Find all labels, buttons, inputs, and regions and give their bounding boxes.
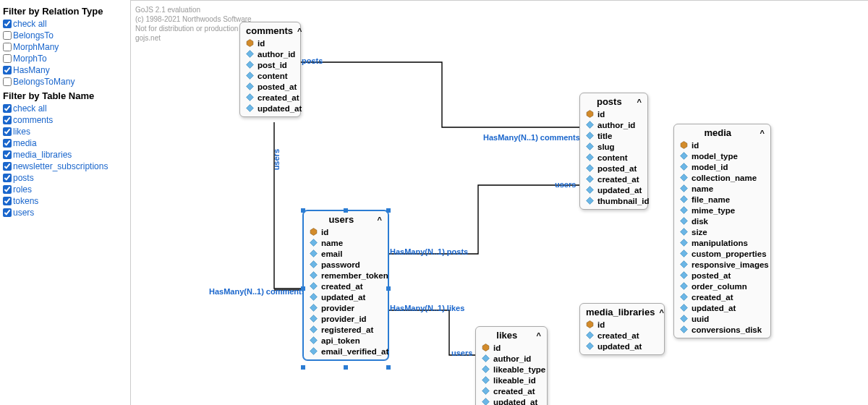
field-row[interactable]: id	[476, 342, 547, 353]
field-row[interactable]: name	[674, 183, 770, 194]
table-filter-item[interactable]: check all	[3, 103, 127, 114]
field-row[interactable]: id	[240, 38, 300, 48]
selection-handle[interactable]	[386, 286, 391, 291]
field-row[interactable]: provider	[304, 302, 388, 313]
field-row[interactable]: created_at	[580, 330, 664, 341]
field-row[interactable]: name	[304, 237, 388, 248]
field-row[interactable]: created_at	[304, 281, 388, 291]
relation-filter-checkbox[interactable]	[3, 31, 12, 40]
card-header[interactable]: users^	[304, 211, 388, 226]
table-card-users[interactable]: users^idnameemailpasswordremember_tokenc…	[303, 210, 388, 360]
table-filter-checkbox[interactable]	[3, 104, 12, 113]
chevron-up-icon[interactable]: ^	[297, 27, 302, 35]
relation-filter-item[interactable]: HasMany	[3, 64, 127, 76]
table-filter-item[interactable]: posts	[3, 172, 127, 184]
table-filter-item[interactable]: comments	[3, 114, 127, 126]
card-header[interactable]: media_libraries^	[580, 304, 664, 319]
field-row[interactable]: created_at	[580, 174, 647, 184]
table-filter-checkbox[interactable]	[3, 174, 12, 182]
chevron-up-icon[interactable]: ^	[378, 216, 382, 224]
field-row[interactable]: file_name	[674, 194, 770, 205]
field-row[interactable]: custom_properties	[674, 248, 770, 259]
field-row[interactable]: id	[580, 319, 664, 330]
relation-filter-checkbox[interactable]	[3, 43, 12, 51]
table-filter-item[interactable]: media	[3, 137, 127, 149]
field-row[interactable]: thumbnail_id	[580, 195, 647, 206]
field-row[interactable]: mime_type	[674, 205, 770, 216]
selection-handle[interactable]	[344, 365, 348, 370]
relation-filter-checkbox[interactable]	[3, 54, 12, 63]
table-filter-item[interactable]: users	[3, 207, 127, 218]
field-row[interactable]: uuid	[674, 313, 770, 324]
diagram-canvas[interactable]: GoJS 2.1 evaluation (c) 1998-2021 Northw…	[130, 0, 868, 405]
selection-handle[interactable]	[386, 208, 391, 213]
chevron-up-icon[interactable]: ^	[659, 308, 663, 317]
table-card-posts[interactable]: posts^idauthor_idtitleslugcontentposted_…	[579, 93, 648, 210]
field-row[interactable]: likeable_type	[476, 364, 547, 375]
field-row[interactable]: manipulations	[674, 237, 770, 248]
selection-handle[interactable]	[344, 208, 348, 213]
card-header[interactable]: likes^	[476, 327, 547, 342]
field-row[interactable]: id	[580, 108, 647, 119]
field-row[interactable]: author_id	[580, 119, 647, 130]
field-row[interactable]: created_at	[240, 92, 300, 103]
field-row[interactable]: id	[674, 140, 770, 150]
field-row[interactable]: updated_at	[580, 341, 664, 351]
field-row[interactable]: collection_name	[674, 172, 770, 183]
table-filter-item[interactable]: roles	[3, 184, 127, 195]
field-row[interactable]: model_id	[674, 161, 770, 172]
field-row[interactable]: updated_at	[304, 291, 388, 302]
selection-handle[interactable]	[301, 286, 305, 291]
field-row[interactable]: api_token	[304, 335, 388, 346]
table-filter-checkbox[interactable]	[3, 208, 12, 217]
relation-filter-checkbox[interactable]	[3, 66, 12, 74]
field-row[interactable]: provider_id	[304, 313, 388, 324]
relation-filter-checkbox[interactable]	[3, 20, 12, 28]
table-filter-item[interactable]: likes	[3, 126, 127, 137]
table-card-media[interactable]: media^idmodel_typemodel_idcollection_nam…	[673, 124, 771, 338]
field-row[interactable]: updated_at	[240, 103, 300, 114]
relation-filter-item[interactable]: MorphMany	[3, 41, 127, 53]
table-filter-checkbox[interactable]	[3, 197, 12, 205]
field-row[interactable]: size	[674, 226, 770, 237]
chevron-up-icon[interactable]: ^	[760, 129, 765, 137]
field-row[interactable]: password	[304, 259, 388, 270]
relation-filter-item[interactable]: BelongsTo	[3, 30, 127, 41]
table-filter-item[interactable]: media_libraries	[3, 149, 127, 161]
field-row[interactable]: title	[580, 130, 647, 141]
field-row[interactable]: email	[304, 248, 388, 259]
table-filter-checkbox[interactable]	[3, 162, 12, 171]
table-filter-item[interactable]: tokens	[3, 195, 127, 207]
table-card-comments[interactable]: comments^idauthor_idpost_idcontentposted…	[239, 22, 301, 117]
field-row[interactable]: content	[240, 70, 300, 81]
table-filter-checkbox[interactable]	[3, 150, 12, 159]
relation-filter-checkbox[interactable]	[3, 77, 12, 86]
relation-filter-item[interactable]: MorphTo	[3, 53, 127, 64]
table-card-media-libraries[interactable]: media_libraries^idcreated_atupdated_at	[579, 303, 665, 355]
field-row[interactable]: order_column	[674, 281, 770, 291]
field-row[interactable]: model_type	[674, 150, 770, 161]
field-row[interactable]: updated_at	[580, 184, 647, 195]
field-row[interactable]: posted_at	[674, 270, 770, 281]
selection-handle[interactable]	[301, 208, 305, 213]
field-row[interactable]: responsive_images	[674, 259, 770, 270]
field-row[interactable]: created_at	[476, 385, 547, 396]
field-row[interactable]: posted_at	[580, 163, 647, 174]
field-row[interactable]: slug	[580, 141, 647, 152]
field-row[interactable]: post_id	[240, 59, 300, 70]
field-row[interactable]: likeable_id	[476, 375, 547, 385]
selection-handle[interactable]	[386, 365, 391, 370]
field-row[interactable]: updated_at	[476, 396, 547, 405]
card-header[interactable]: posts^	[580, 93, 647, 108]
field-row[interactable]: id	[304, 226, 388, 237]
card-header[interactable]: comments^	[240, 22, 300, 38]
field-row[interactable]: conversions_disk	[674, 324, 770, 335]
table-filter-checkbox[interactable]	[3, 116, 12, 124]
field-row[interactable]: email_verified_at	[304, 346, 388, 357]
field-row[interactable]: remember_token	[304, 270, 388, 281]
selection-handle[interactable]	[301, 365, 305, 370]
table-filter-checkbox[interactable]	[3, 139, 12, 148]
field-row[interactable]: posted_at	[240, 81, 300, 92]
card-header[interactable]: media^	[674, 124, 770, 140]
field-row[interactable]: content	[580, 152, 647, 163]
